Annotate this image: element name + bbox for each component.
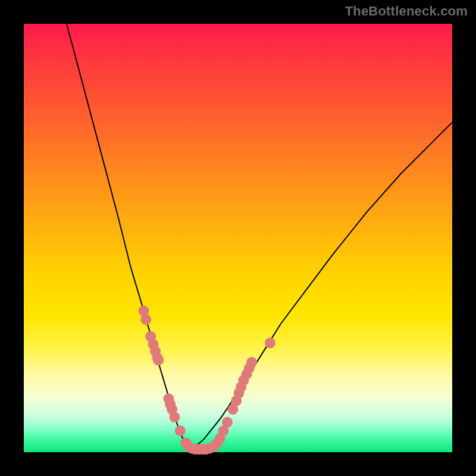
data-point <box>222 417 233 428</box>
chart-frame: TheBottleneck.com <box>0 0 476 476</box>
watermark-label: TheBottleneck.com <box>345 4 468 19</box>
left-curve <box>67 24 191 450</box>
data-point <box>169 412 180 422</box>
data-point <box>140 314 151 325</box>
chart-svg <box>24 24 452 452</box>
markers-right <box>201 337 275 455</box>
right-curve <box>191 123 452 450</box>
plot-area <box>24 24 452 452</box>
data-point <box>153 355 164 365</box>
data-point <box>246 357 257 368</box>
data-point <box>265 337 275 348</box>
data-point <box>175 425 186 436</box>
